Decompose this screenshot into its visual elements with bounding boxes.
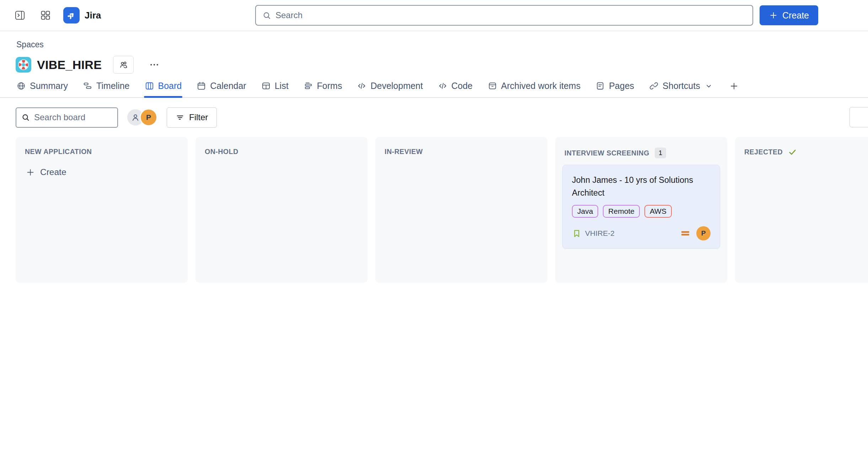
project-header: VIBE_HIRE (16, 54, 868, 76)
tab-code[interactable]: Code (438, 81, 473, 97)
avatar-initial: P (146, 113, 151, 122)
tab-list[interactable]: List (261, 81, 289, 97)
priority-medium-icon (680, 228, 691, 239)
column-header: ON-HOLD (205, 148, 358, 156)
tab-calendar[interactable]: Calendar (197, 81, 246, 97)
assignee-avatar: P (696, 226, 711, 240)
column-name: ON-HOLD (205, 148, 239, 156)
board-search-input[interactable] (34, 112, 112, 122)
column-header: NEW APPLICATION (25, 148, 178, 156)
create-button[interactable]: Create (760, 5, 818, 25)
link-icon (649, 81, 659, 91)
breadcrumb[interactable]: Spaces (16, 40, 868, 49)
forms-icon (304, 81, 313, 91)
column-header: IN-REVIEW (385, 148, 538, 156)
ellipsis-icon (149, 59, 160, 70)
check-icon (788, 148, 797, 157)
top-navigation-bar: Jira Create (0, 0, 868, 31)
project-members-button[interactable] (113, 56, 134, 74)
topbar-left-group: Jira (12, 7, 255, 23)
card-footer: VHIRE-2 P (572, 226, 711, 240)
global-search[interactable] (255, 5, 753, 26)
global-search-input[interactable] (275, 10, 746, 20)
table-icon (261, 81, 271, 91)
column-header: INTERVIEW SCREENING 1 (564, 148, 718, 158)
column-new-application: NEW APPLICATION Create (16, 137, 188, 283)
archive-icon (488, 81, 497, 91)
pages-icon (595, 81, 605, 91)
filter-icon (176, 113, 184, 122)
column-name: IN-REVIEW (385, 148, 423, 156)
tab-board[interactable]: Board (145, 81, 182, 97)
board-search[interactable] (16, 107, 118, 128)
page-title: VIBE_HIRE (37, 58, 102, 72)
board-toolbar: P Filter Group (16, 107, 868, 128)
search-icon (262, 11, 271, 20)
plus-icon (729, 81, 739, 91)
tab-timeline[interactable]: Timeline (83, 81, 130, 97)
app-name: Jira (85, 10, 101, 21)
tab-development[interactable]: Development (357, 81, 423, 97)
label-tag: Java (572, 205, 598, 218)
column-name: NEW APPLICATION (25, 148, 92, 156)
column-on-hold: ON-HOLD (195, 137, 368, 283)
add-tab-button[interactable] (729, 81, 739, 97)
column-in-review: IN-REVIEW (375, 137, 547, 283)
people-icon (119, 60, 128, 70)
tab-shortcuts[interactable]: Shortcuts (649, 81, 713, 97)
app-switcher-button[interactable] (38, 7, 53, 23)
assignee-initial: P (701, 229, 706, 237)
label-tag: AWS (644, 205, 672, 218)
app-grid-icon (39, 9, 52, 21)
chevron-down-icon (705, 82, 713, 90)
column-name: REJECTED (744, 148, 783, 156)
column-name: INTERVIEW SCREENING (564, 149, 649, 157)
jira-logo-icon (63, 7, 80, 23)
column-create-label: Create (40, 167, 66, 177)
search-icon (21, 113, 30, 122)
assignee-filter-avatars: P (127, 108, 157, 126)
timeline-icon (83, 81, 92, 91)
create-button-label: Create (782, 10, 809, 21)
sidebar-toggle-button[interactable] (12, 7, 28, 23)
label-tag: Remote (603, 205, 640, 218)
bookmark-icon (572, 229, 582, 238)
tab-pages[interactable]: Pages (595, 81, 634, 97)
card-labels: Java Remote AWS (572, 205, 711, 218)
filter-button-label: Filter (189, 112, 208, 122)
column-count-badge: 1 (655, 148, 666, 158)
person-icon (130, 112, 140, 122)
project-tabs-bar: Summary Timeline Board (0, 81, 868, 98)
code-icon (357, 81, 366, 91)
user-avatar-p[interactable]: P (140, 108, 157, 126)
tab-archived-work-items[interactable]: Archived work items (488, 81, 581, 97)
column-create-button[interactable]: Create (26, 167, 66, 177)
tab-forms[interactable]: Forms (304, 81, 342, 97)
column-header: REJECTED (744, 148, 868, 157)
project-more-button[interactable] (145, 57, 164, 73)
lifebuoy-project-icon (16, 57, 31, 73)
card-title: John James - 10 yrs of Solutions Archite… (572, 174, 711, 199)
code-icon (438, 81, 448, 91)
issue-card[interactable]: John James - 10 yrs of Solutions Archite… (562, 165, 720, 249)
board-icon (145, 81, 154, 91)
group-button[interactable]: Group (850, 107, 868, 127)
issue-key: VHIRE-2 (585, 229, 615, 238)
globe-icon (16, 81, 26, 91)
sidebar-expand-icon (14, 9, 26, 21)
column-rejected: REJECTED (735, 137, 868, 283)
tab-summary[interactable]: Summary (16, 81, 68, 97)
kanban-board: NEW APPLICATION Create ON-HOLD IN-REVIEW… (16, 137, 868, 283)
column-interview-screening: INTERVIEW SCREENING 1 John James - 10 yr… (555, 137, 727, 283)
jira-brand[interactable]: Jira (63, 7, 101, 23)
plus-icon (769, 11, 778, 20)
calendar-icon (197, 81, 206, 91)
plus-icon (26, 168, 35, 177)
filter-button[interactable]: Filter (167, 107, 217, 128)
